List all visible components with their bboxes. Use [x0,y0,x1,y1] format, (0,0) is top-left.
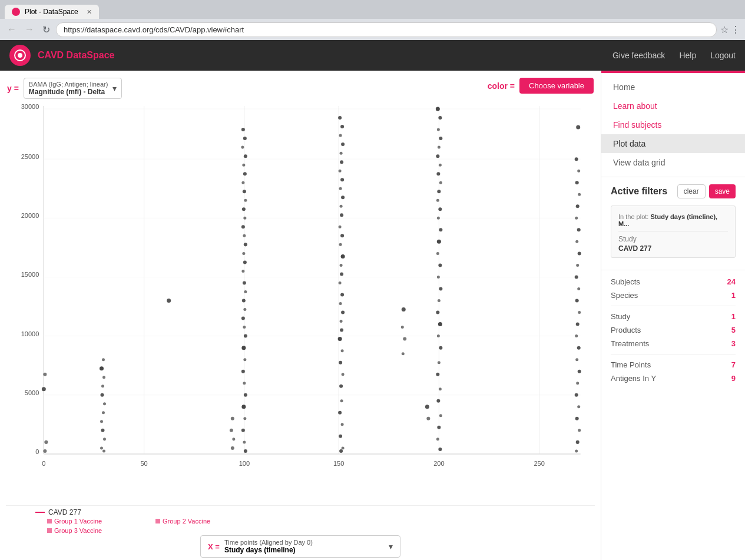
svg-point-130 [436,172,440,175]
clear-filters-button[interactable]: clear [677,184,706,198]
time-points-value: 7 [731,360,736,369]
svg-point-147 [438,361,441,364]
back-button[interactable]: ← [5,23,19,36]
svg-point-105 [341,311,345,314]
bookmark-icon[interactable]: ☆ [720,24,729,35]
stat-row-time-points: Time Points 7 [611,358,736,372]
svg-point-67 [241,317,245,320]
svg-point-129 [439,164,442,167]
tab-close-btn[interactable]: ✕ [87,8,92,16]
svg-point-47 [243,137,247,140]
svg-point-41 [101,385,104,387]
help-link[interactable]: Help [679,51,696,60]
svg-point-170 [578,311,581,314]
y-variable-box[interactable]: BAMA (IgG; Antigen; linear) Magnitude (m… [24,78,122,99]
stats-section: Subjects 24 Species 1 Study 1 Products 5… [601,270,745,390]
svg-point-161 [576,204,580,208]
stat-divider-2 [611,354,736,354]
svg-point-166 [576,264,579,267]
svg-point-33 [102,449,105,452]
sidebar-item-plot-data[interactable]: Plot data [601,134,745,153]
svg-text:25000: 25000 [21,153,39,160]
species-label: Species [611,291,638,300]
app-title: CAVD DataSpace [38,50,114,61]
svg-point-107 [340,329,343,332]
svg-point-177 [575,393,578,397]
svg-point-160 [578,193,581,196]
svg-point-143 [436,311,439,314]
svg-point-70 [241,346,246,350]
chart-plot: 30000 25000 20000 15000 10000 5000 0 0 5… [6,100,595,489]
svg-point-153 [436,438,439,440]
sidebar-item-view-data-grid[interactable]: View data grid [601,153,745,172]
forward-button[interactable]: → [22,23,37,36]
sidebar-item-learn-about[interactable]: Learn about [601,97,745,115]
svg-point-131 [439,181,442,184]
svg-point-69 [244,334,247,338]
svg-point-122 [402,352,405,355]
svg-point-99 [341,254,345,259]
svg-point-121 [403,337,406,341]
svg-point-94 [340,205,343,208]
svg-point-79 [244,449,247,453]
svg-point-37 [100,420,103,423]
svg-point-38 [102,411,105,414]
filter-study-section: Study CAVD 277 [618,231,728,253]
svg-text:10000: 10000 [21,330,39,337]
x-dropdown-arrow[interactable]: ▾ [389,542,393,551]
svg-point-172 [575,334,578,337]
x-axis-label-box[interactable]: X = Time points (Aligned by Day 0) Study… [200,535,400,558]
save-filters-button[interactable]: save [709,184,736,198]
legend-group3-label: Group 3 Vaccine [54,527,102,534]
antigens-label: Antigens In Y [611,374,656,383]
svg-point-78 [243,440,246,443]
subjects-value: 24 [727,277,736,286]
address-input[interactable] [56,22,717,37]
svg-point-154 [438,448,442,451]
svg-point-32 [43,373,47,376]
svg-point-90 [339,170,342,173]
filters-actions: clear save [677,184,736,198]
treatments-label: Treatments [611,339,649,348]
svg-point-46 [241,128,245,131]
menu-icon[interactable]: ⋮ [731,24,740,35]
svg-point-72 [241,370,245,373]
active-tab[interactable]: Plot - DataSpace ✕ [5,5,99,19]
svg-point-128 [436,154,439,158]
svg-point-167 [575,275,578,279]
sidebar-item-find-subjects[interactable]: Find subjects [601,115,745,134]
give-feedback-link[interactable]: Give feedback [612,51,665,60]
svg-point-134 [438,207,442,211]
svg-point-80 [231,446,234,450]
svg-point-157 [575,157,578,161]
svg-point-74 [244,393,247,397]
sidebar-item-home[interactable]: Home [601,78,745,97]
svg-point-39 [103,402,106,405]
svg-text:5000: 5000 [25,389,39,396]
legend-line-icon [35,512,45,513]
svg-point-112 [339,385,343,388]
svg-point-152 [437,426,441,429]
products-value: 5 [731,326,736,334]
svg-point-169 [575,299,579,303]
legend-group3-icon [47,528,52,533]
y-dropdown-arrow[interactable]: ▾ [112,84,117,93]
svg-point-82 [230,429,233,432]
logout-link[interactable]: Logout [710,51,736,60]
svg-point-97 [340,234,344,237]
svg-point-42 [102,376,105,379]
color-selector: color = Choose variable [488,78,594,94]
choose-variable-button[interactable]: Choose variable [519,78,594,94]
svg-point-92 [339,187,342,190]
svg-point-81 [232,438,235,440]
reload-button[interactable]: ↻ [40,23,52,37]
svg-point-110 [339,361,342,365]
time-points-label: Time Points [611,360,651,369]
tab-title: Plot - DataSpace [25,8,78,16]
app-name-rest: DataSpace [67,50,115,60]
toolbar-icons: ☆ ⋮ [720,24,740,35]
svg-point-68 [243,326,246,329]
chart-area: y = BAMA (IgG; Antigen; linear) Magnitud… [0,71,601,560]
svg-point-180 [578,429,581,432]
filters-header: Active filters clear save [611,184,736,198]
